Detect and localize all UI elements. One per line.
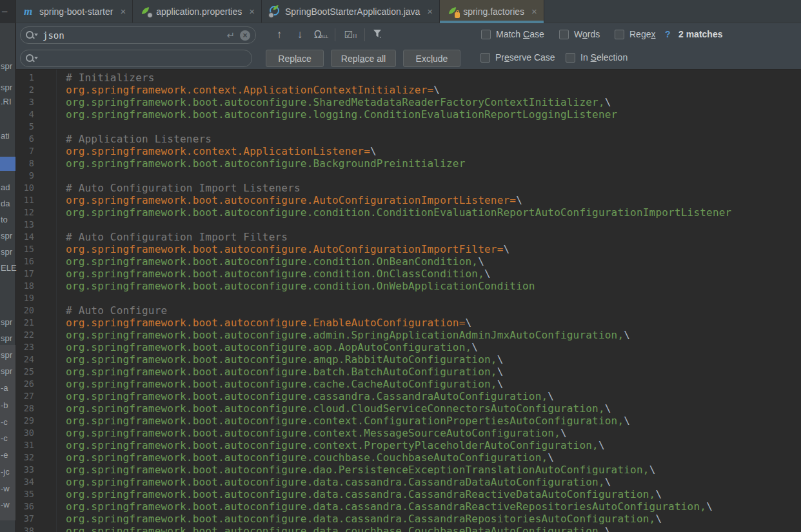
search-input[interactable]: json ↵ × [20, 26, 256, 44]
tab-spring-boot-starter[interactable]: m spring-boot-starter × [16, 0, 133, 23]
code-line: # Auto Configure [66, 304, 801, 317]
line-number: 36 [16, 500, 56, 513]
project-item-fragment[interactable]: spr [1, 366, 12, 376]
project-item-fragment[interactable]: spr [1, 317, 12, 327]
match-case-checkbox[interactable] [481, 30, 491, 39]
project-item-fragment[interactable]: spr [1, 350, 12, 360]
close-icon[interactable]: × [120, 6, 126, 17]
code-line: org.springframework.boot.autoconfigure.c… [66, 378, 801, 390]
tab-label: SpringBootStarterApplication.java [285, 6, 420, 17]
preserve-case-checkbox[interactable] [480, 53, 490, 63]
project-item-fragment[interactable]: spr [1, 61, 12, 71]
line-number: 1 [16, 72, 56, 84]
exclude-button[interactable]: Exclude [403, 50, 460, 67]
project-item-fragment[interactable]: .RI [1, 97, 12, 106]
replace-input[interactable] [20, 50, 252, 67]
regex-label[interactable]: Regex [629, 29, 655, 39]
search-query[interactable]: json [43, 30, 226, 41]
select-all-matches-icon[interactable]: ☑II [340, 28, 362, 42]
line-number: 18 [16, 280, 56, 292]
project-selected-row[interactable] [0, 157, 15, 171]
line-number: 23 [16, 341, 56, 353]
line-number: 17 [16, 268, 56, 280]
line-number: 3 [16, 96, 56, 108]
code-line: # Auto Configuration Import Filters [66, 231, 801, 243]
close-icon[interactable]: × [427, 6, 433, 17]
project-item-fragment[interactable]: ELE [1, 263, 17, 273]
previous-occurrence-icon[interactable]: ↑ [272, 28, 287, 42]
find-all-occurrences-icon[interactable]: ΩALL [313, 28, 329, 42]
project-item-fragment[interactable]: -w [1, 500, 10, 509]
project-item-fragment[interactable]: -jc [1, 467, 10, 477]
code-line: org.springframework.boot.autoconfigure.d… [66, 513, 801, 525]
panel-minimize-glyph[interactable]: – [0, 0, 15, 23]
clear-search-icon[interactable]: × [240, 30, 250, 41]
project-item-fragment[interactable]: spr [1, 333, 12, 343]
project-item-fragment[interactable]: -c [1, 417, 8, 427]
code-line: org.springframework.boot.autoconfigure.d… [66, 464, 801, 476]
project-item-fragment[interactable]: -w [1, 484, 10, 493]
line-number: 27 [16, 390, 56, 402]
words-label[interactable]: Words [574, 29, 600, 39]
project-item-fragment[interactable]: ati [1, 131, 10, 141]
code-line [66, 292, 801, 304]
code-line: org.springframework.boot.autoconfigure.c… [66, 255, 801, 268]
in-selection-checkbox[interactable] [566, 53, 575, 63]
project-item-fragment[interactable]: -b [1, 400, 8, 410]
match-case-label[interactable]: Match Case [496, 29, 544, 39]
project-item-fragment[interactable]: spr [1, 83, 12, 92]
code-line: org.springframework.context.ApplicationL… [66, 145, 801, 157]
project-item-fragment[interactable]: to [1, 215, 8, 224]
code-editor[interactable]: 1234567891011121314151617181920212223242… [16, 70, 801, 532]
line-number: 14 [16, 231, 56, 243]
regex-help-icon[interactable]: ? [665, 29, 671, 39]
project-item-fragment[interactable]: -e [1, 450, 8, 460]
new-line-icon[interactable]: ↵ [226, 30, 235, 41]
tab-application-properties[interactable]: application.properties × [133, 0, 262, 23]
line-number: 25 [16, 366, 56, 378]
project-item-fragment[interactable]: -a [1, 383, 8, 393]
line-number: 10 [16, 182, 56, 194]
gutter: 1234567891011121314151617181920212223242… [16, 70, 57, 532]
preserve-case-label[interactable]: Preserve Case [495, 52, 555, 63]
line-number: 19 [16, 292, 56, 304]
close-icon[interactable]: × [531, 6, 537, 17]
line-number: 24 [16, 353, 56, 366]
code-line: org.springframework.boot.autoconfigure.b… [66, 366, 801, 378]
code-line [66, 170, 801, 182]
search-filter-icon[interactable] [370, 28, 385, 42]
replace-button[interactable]: Replace [266, 50, 324, 67]
replace-all-button[interactable]: Replace all [331, 50, 396, 67]
next-occurrence-icon[interactable]: ↓ [292, 28, 308, 42]
project-item-fragment[interactable]: spr [1, 231, 12, 241]
code-line: org.springframework.boot.autoconfigure.A… [66, 243, 801, 255]
project-item-fragment[interactable]: ad [1, 182, 10, 192]
regex-checkbox[interactable] [615, 30, 624, 39]
tab-label: application.properties [156, 6, 242, 17]
project-panel-sliver[interactable]: – sprspr.RIatiaddatosprsprELEsprsprsprsp… [0, 0, 15, 532]
tab-label: spring-boot-starter [39, 6, 113, 17]
code-line: org.springframework.boot.autoconfigure.a… [66, 329, 801, 341]
tab-spring-factories[interactable]: spring.factories × [440, 0, 544, 23]
code-line: org.springframework.boot.autoconfigure.c… [66, 206, 801, 219]
line-number: 12 [16, 206, 56, 219]
code-line: org.springframework.boot.autoconfigure.d… [66, 500, 801, 513]
tab-label: spring.factories [463, 6, 524, 17]
code-line: org.springframework.boot.autoconfigure.E… [66, 317, 801, 329]
project-item-fragment[interactable]: da [1, 199, 10, 208]
code-line: org.springframework.boot.autoconfigure.a… [66, 341, 801, 353]
in-selection-label[interactable]: In Selection [580, 52, 628, 63]
code-line: org.springframework.boot.autoconfigure.d… [66, 476, 801, 488]
code-lines[interactable]: # Initializersorg.springframework.contex… [57, 70, 801, 532]
project-item-fragment[interactable]: spr [1, 247, 12, 257]
line-number: 31 [16, 439, 56, 451]
code-line: org.springframework.boot.autoconfigure.c… [66, 427, 801, 439]
tab-springbootstarterapplication-java[interactable]: SpringBootStarterApplication.java × [262, 0, 440, 23]
line-number: 7 [16, 145, 56, 157]
search-icon[interactable] [26, 31, 37, 40]
line-number: 35 [16, 488, 56, 500]
words-checkbox[interactable] [559, 30, 569, 39]
project-item-fragment[interactable]: -c [1, 433, 8, 443]
search-icon[interactable] [26, 54, 37, 63]
close-icon[interactable]: × [249, 6, 255, 17]
